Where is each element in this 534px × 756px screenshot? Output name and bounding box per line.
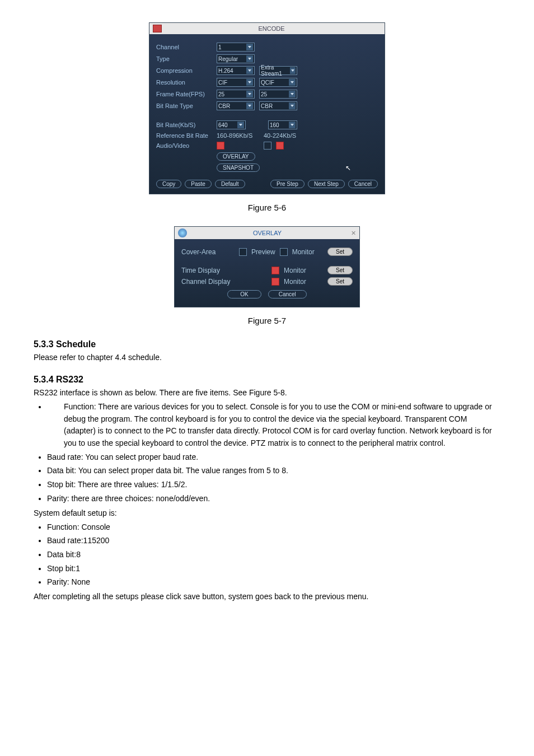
- encode-title-icon: [153, 25, 162, 32]
- monitor-cover-check[interactable]: [280, 248, 288, 256]
- brtype-select-left[interactable]: CBR: [217, 101, 255, 110]
- overlay-title: OVERLAY: [187, 230, 348, 236]
- chevron-down-icon: [237, 122, 244, 128]
- prestep-button[interactable]: Pre Step: [270, 180, 305, 188]
- default-stopbit: Stop bit:1: [47, 563, 500, 575]
- overlay-dialog: OVERLAY ✕ Cover-Area Preview Monitor Set…: [174, 226, 360, 307]
- bullet-parity: Parity: there are three choices: none/od…: [47, 493, 500, 505]
- snapshot-button[interactable]: SNAPSHOT: [217, 164, 260, 172]
- av-check-right2[interactable]: [276, 142, 284, 150]
- rs232-bullets: Function: There are various devices for …: [47, 401, 500, 505]
- brtype-select-right[interactable]: CBR: [259, 101, 297, 110]
- cursor-icon: ↖: [345, 164, 351, 172]
- preview-check[interactable]: [239, 248, 247, 256]
- preview-label: Preview: [251, 248, 275, 256]
- encode-dialog-wrapper: ENCODE Channel 1 Type Regular Compressio…: [34, 22, 500, 194]
- chevron-down-icon: [289, 102, 296, 109]
- schedule-body: Please refer to chapter 4.4 schedule.: [34, 352, 500, 363]
- rs232-after: After completing all the setups please c…: [34, 591, 500, 603]
- resolution-label: Resolution: [156, 79, 212, 86]
- bitrate-select-right[interactable]: 160: [268, 120, 297, 129]
- bullet-function: Function: There are various devices for …: [47, 401, 500, 450]
- refbr-label: Reference Bit Rate: [156, 132, 212, 139]
- fps-select-right[interactable]: 25: [259, 90, 297, 99]
- chevron-down-icon: [246, 79, 253, 86]
- fps-label: Frame Rate(FPS): [156, 91, 212, 97]
- monitor-channel-label: Monitor: [284, 278, 306, 286]
- chevron-down-icon: [289, 122, 296, 128]
- chevron-down-icon: [246, 102, 253, 109]
- overlay-body: Cover-Area Preview Monitor Set Time Disp…: [175, 239, 359, 307]
- overlay-cancel-button[interactable]: Cancel: [268, 290, 307, 298]
- nextstep-button[interactable]: Next Step: [308, 180, 345, 188]
- monitor-time-check[interactable]: [271, 267, 279, 274]
- cover-area-label: Cover-Area: [181, 248, 235, 256]
- overlay-dialog-wrapper: OVERLAY ✕ Cover-Area Preview Monitor Set…: [34, 226, 500, 307]
- type-select[interactable]: Regular: [217, 54, 255, 63]
- bitrate-label: Bit Rate(Kb/S): [156, 122, 212, 128]
- set-time-button[interactable]: Set: [327, 266, 353, 274]
- overlay-button[interactable]: OVERLAY: [217, 152, 255, 161]
- av-check-left[interactable]: [217, 142, 224, 150]
- chevron-down-icon: [246, 91, 253, 97]
- av-label: Audio/Video: [156, 142, 212, 149]
- chevron-down-icon: [246, 44, 253, 50]
- refbr-right: 40-224Kb/S: [264, 132, 296, 139]
- chevron-down-icon: [289, 79, 296, 86]
- encode-titlebar: ENCODE: [149, 23, 385, 34]
- monitor-time-label: Monitor: [284, 267, 306, 274]
- compression-select-right[interactable]: Extra Stream1: [259, 66, 297, 75]
- compression-label: Compression: [156, 67, 212, 74]
- time-display-label: Time Display: [181, 267, 235, 274]
- bullet-baud: Baud rate: You can select proper baud ra…: [47, 451, 500, 464]
- default-baud: Baud rate:115200: [47, 535, 500, 547]
- schedule-heading: 5.3.3 Schedule: [34, 339, 500, 349]
- default-intro: System default setup is:: [34, 507, 500, 519]
- overlay-titlebar: OVERLAY ✕: [175, 227, 359, 239]
- av-check-right1[interactable]: [264, 142, 271, 150]
- cancel-button[interactable]: Cancel: [348, 180, 378, 188]
- copy-button[interactable]: Copy: [156, 180, 181, 188]
- rs232-heading: 5.3.4 RS232: [34, 375, 500, 385]
- figure-5-6-caption: Figure 5-6: [34, 203, 500, 212]
- monitor-channel-check[interactable]: [271, 278, 279, 286]
- encode-dialog: ENCODE Channel 1 Type Regular Compressio…: [149, 22, 385, 194]
- channel-display-label: Channel Display: [181, 278, 235, 286]
- type-label: Type: [156, 55, 212, 62]
- channel-label: Channel: [156, 44, 212, 50]
- default-databit: Data bit:8: [47, 549, 500, 561]
- bullet-stopbit: Stop bit: There are three values: 1/1.5/…: [47, 479, 500, 491]
- default-function: Function: Console: [47, 521, 500, 534]
- chevron-down-icon: [290, 67, 296, 74]
- fps-select-left[interactable]: 25: [217, 90, 255, 99]
- chevron-down-icon: [246, 67, 253, 74]
- chevron-down-icon: [289, 91, 296, 97]
- paste-button[interactable]: Paste: [185, 180, 212, 188]
- bitrate-select-left[interactable]: 640: [217, 120, 246, 129]
- bullet-databit: Data bit: You can select proper data bit…: [47, 465, 500, 477]
- rs232-defaults: Function: Console Baud rate:115200 Data …: [47, 521, 500, 589]
- compression-select-left[interactable]: H.264: [217, 66, 255, 75]
- chevron-down-icon: [246, 55, 253, 62]
- encode-title: ENCODE: [162, 25, 381, 32]
- default-button[interactable]: Default: [215, 180, 245, 188]
- brtype-label: Bit Rate Type: [156, 102, 212, 109]
- rs232-intro: RS232 interface is shown as below. There…: [34, 387, 500, 399]
- resolution-select-left[interactable]: CIF: [217, 78, 255, 87]
- refbr-left: 160-896Kb/S: [217, 132, 259, 139]
- resolution-select-right[interactable]: QCIF: [259, 78, 297, 87]
- encode-body: Channel 1 Type Regular Compression H.264…: [149, 34, 385, 194]
- close-icon[interactable]: ✕: [351, 230, 356, 237]
- ok-button[interactable]: OK: [227, 290, 261, 298]
- default-parity: Parity: None: [47, 576, 500, 589]
- set-channel-button[interactable]: Set: [327, 277, 353, 286]
- set-cover-button[interactable]: Set: [327, 248, 353, 256]
- channel-select[interactable]: 1: [217, 43, 255, 52]
- figure-5-7-caption: Figure 5-7: [34, 316, 500, 325]
- monitor-cover-label: Monitor: [292, 248, 315, 256]
- overlay-title-icon: [178, 228, 187, 237]
